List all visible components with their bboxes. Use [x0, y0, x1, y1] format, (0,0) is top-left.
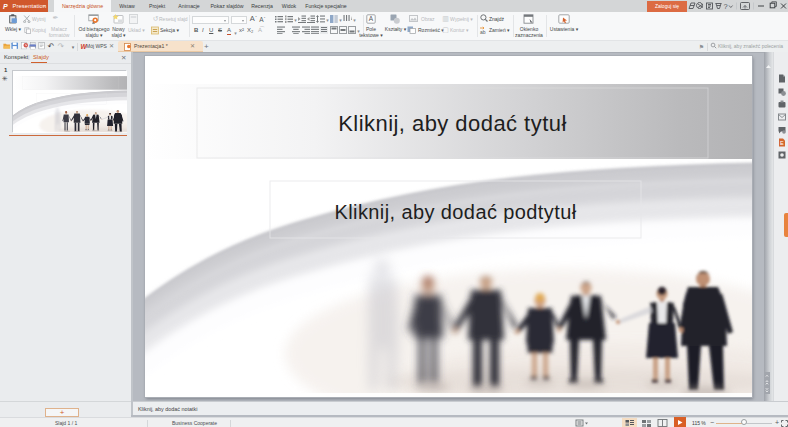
svg-text:A: A: [369, 15, 374, 22]
svg-text:?: ?: [724, 2, 728, 11]
svg-text:ab: ab: [480, 29, 486, 35]
